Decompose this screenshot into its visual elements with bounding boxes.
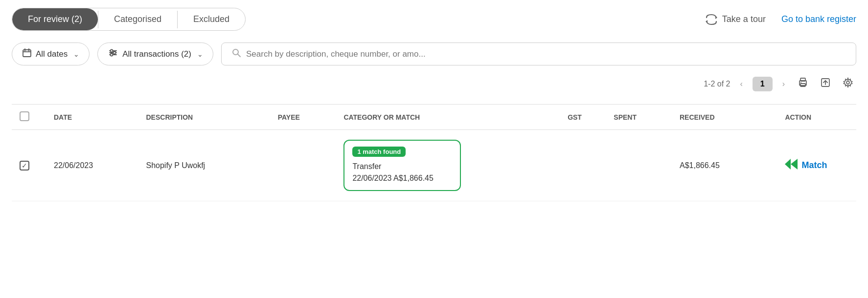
svg-line-13 [238, 54, 240, 57]
match-cell[interactable]: 1 match found Transfer 22/06/2023 A$1,86… [343, 140, 461, 191]
header-gst: GST [560, 105, 606, 130]
pagination-bar: 1-2 of 2 ‹ 1 › [12, 75, 856, 92]
filter-bar: All dates ⌄ All transactions (2) ⌄ [12, 43, 856, 65]
search-icon [231, 48, 241, 60]
row-spent [606, 130, 672, 201]
transactions-filter-chevron: ⌄ [197, 50, 203, 58]
header-date: DATE [46, 105, 138, 130]
svg-rect-16 [800, 84, 805, 86]
top-actions: Take a tour Go to bank register [705, 14, 856, 25]
match-action-label: Match [801, 160, 827, 170]
current-page-button[interactable]: 1 [753, 77, 773, 91]
prev-page-button[interactable]: ‹ [736, 78, 746, 90]
row-action: Match [777, 130, 856, 201]
select-all-checkbox[interactable] [20, 111, 29, 121]
next-page-button[interactable]: › [778, 78, 789, 90]
match-action-button[interactable]: Match [785, 159, 848, 172]
svg-marker-21 [785, 159, 791, 170]
header-checkbox [12, 105, 46, 130]
transactions-table: DATE DESCRIPTION PAYEE CATEGORY OR MATCH… [12, 104, 856, 201]
row-checkbox-cell [12, 130, 46, 201]
match-desc-line1: Transfer [352, 162, 381, 170]
row-received: A$1,866.45 [672, 130, 777, 201]
settings-button[interactable] [840, 75, 856, 92]
svg-rect-2 [23, 50, 31, 57]
row-category: 1 match found Transfer 22/06/2023 A$1,86… [336, 130, 560, 201]
filter-icon [108, 48, 118, 60]
search-input[interactable] [246, 49, 846, 59]
svg-rect-15 [800, 78, 805, 81]
header-action: ACTION [777, 105, 856, 130]
row-description: Shopify P Uwokfj [138, 130, 270, 201]
table-row: 22/06/2023 Shopify P Uwokfj 1 match foun… [12, 130, 856, 201]
svg-point-9 [111, 50, 113, 52]
svg-marker-22 [791, 159, 798, 170]
header-payee: PAYEE [270, 105, 336, 130]
match-arrow-icon [785, 159, 798, 172]
calendar-icon [22, 48, 32, 60]
pagination-info: 1-2 of 2 [704, 80, 730, 88]
svg-point-20 [846, 81, 849, 84]
go-to-bank-button[interactable]: Go to bank register [781, 14, 856, 24]
date-filter-chevron: ⌄ [73, 50, 79, 58]
search-box[interactable] [221, 43, 856, 65]
transactions-filter-label: All transactions (2) [122, 49, 191, 59]
header-spent: SPENT [606, 105, 672, 130]
row-payee [270, 130, 336, 201]
match-desc-line2: 22/06/2023 A$1,866.45 [352, 174, 434, 182]
tab-for-review[interactable]: For review (2) [12, 8, 98, 30]
row-gst [560, 130, 606, 201]
header-description: DESCRIPTION [138, 105, 270, 130]
row-checkbox[interactable] [20, 161, 29, 170]
tabs-group: For review (2) Categorised Excluded [12, 8, 246, 31]
export-button[interactable] [817, 75, 834, 92]
svg-point-11 [111, 54, 113, 56]
row-date: 22/06/2023 [46, 130, 138, 201]
header-category: CATEGORY OR MATCH [336, 105, 560, 130]
tab-categorised[interactable]: Categorised [98, 8, 177, 30]
header-received: RECEIVED [672, 105, 777, 130]
take-tour-label: Take a tour [722, 14, 766, 24]
tour-icon [705, 14, 718, 25]
date-filter[interactable]: All dates ⌄ [12, 43, 90, 65]
print-button[interactable] [795, 75, 811, 92]
svg-point-10 [114, 52, 116, 54]
take-tour-button[interactable]: Take a tour [705, 14, 766, 25]
svg-point-17 [800, 82, 801, 83]
tab-excluded[interactable]: Excluded [178, 8, 245, 30]
tab-bar: For review (2) Categorised Excluded Take… [12, 8, 856, 31]
match-description: Transfer 22/06/2023 A$1,866.45 [352, 161, 452, 184]
match-badge: 1 match found [352, 147, 406, 157]
date-filter-label: All dates [36, 49, 68, 59]
transactions-filter[interactable]: All transactions (2) ⌄ [97, 43, 213, 65]
